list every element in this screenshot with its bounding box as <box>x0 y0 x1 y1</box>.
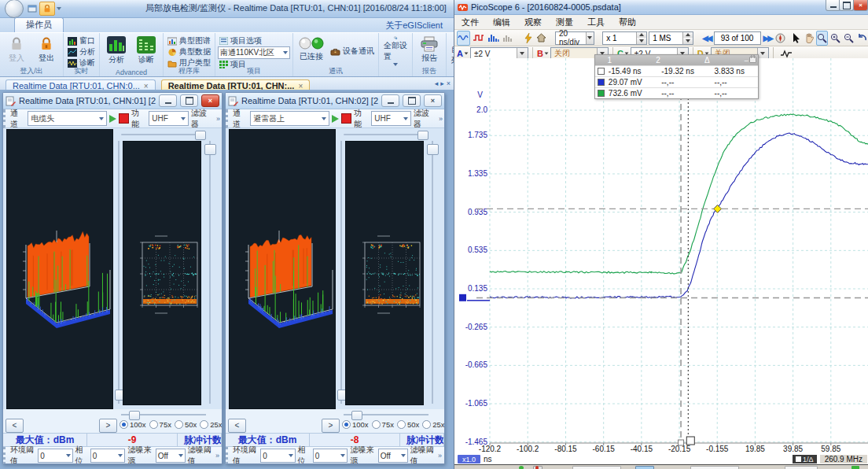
phase-select[interactable]: 0 <box>313 449 348 463</box>
window-qat-icon[interactable] <box>25 2 39 15</box>
tab-scroll-left-icon[interactable]: ◂ <box>435 79 439 87</box>
child-titlebar[interactable]: Realtime Data [RTU:01, CHN:02] [2016/0..… <box>226 93 444 109</box>
qat-dropdown-icon[interactable] <box>57 7 61 10</box>
prpd-left-slider[interactable] <box>339 141 344 404</box>
radio-50x[interactable]: 50x <box>397 420 419 429</box>
scope-plot[interactable]: 2.01.7351.3350.9350.5350.135-0.265-0.665… <box>454 58 868 453</box>
radio-100x[interactable]: 100x <box>342 420 369 429</box>
next-button[interactable]: > <box>322 419 340 433</box>
lock-qat-icon[interactable] <box>39 2 55 16</box>
child-window-chn02[interactable]: Realtime Data [RTU:01, CHN:02] [2016/0..… <box>225 92 445 464</box>
prev-button[interactable]: < <box>228 419 246 433</box>
channel-a-label[interactable]: A <box>457 49 469 58</box>
realtime-analysis-button[interactable]: 分析 <box>66 46 97 57</box>
close-icon[interactable]: × <box>298 82 303 90</box>
prpd-right-slider[interactable] <box>204 141 215 404</box>
prev-buffer-button[interactable]: ◀◀ <box>701 31 712 46</box>
child-titlebar[interactable]: Realtime Data [RTU:01, CHN:01] [2016/0..… <box>3 93 222 109</box>
app-orb-button[interactable] <box>5 0 24 18</box>
channel-select[interactable]: 电缆头 <box>28 111 107 126</box>
stop-button[interactable] <box>119 113 129 124</box>
maximize-button[interactable] <box>180 94 198 107</box>
auto-setup-button[interactable] <box>523 31 534 46</box>
connected-button[interactable]: 已连接 <box>296 35 327 68</box>
buffer-index[interactable]: 93 of 100 <box>714 31 761 45</box>
scope-view-button[interactable] <box>457 31 470 46</box>
picoscope-titlebar[interactable]: PicoScope 6 - [20160824-0005.psdata] <box>454 0 868 15</box>
samples-spinner[interactable]: 1 MS <box>649 31 693 45</box>
typical-atlas-button[interactable]: 典型图谱 <box>166 35 212 46</box>
menu-measure[interactable]: 测量 <box>549 17 580 28</box>
prpd-right-slider[interactable] <box>427 141 438 404</box>
radio-75x[interactable]: 75x <box>149 420 171 429</box>
zoom-in-button[interactable] <box>829 31 841 46</box>
play-button[interactable] <box>109 115 116 123</box>
menu-help[interactable]: 帮助 <box>612 17 643 28</box>
close-button[interactable] <box>424 94 442 107</box>
prpd-bottom-slider[interactable] <box>344 411 428 419</box>
slider-handle[interactable] <box>417 131 428 140</box>
radio-25x[interactable]: 25x <box>200 420 222 429</box>
report-button[interactable]: 报告 <box>415 35 443 68</box>
channel-select[interactable]: 避雷器上 <box>250 111 329 126</box>
close-button[interactable] <box>201 94 219 107</box>
minimize-button[interactable] <box>381 94 399 107</box>
typical-data-button[interactable]: 典型数据 <box>166 46 212 57</box>
advanced-diagnosis-button[interactable]: 诊断 <box>132 35 160 68</box>
radio-75x[interactable]: 75x <box>372 420 394 429</box>
persistence-view-button[interactable] <box>472 31 485 46</box>
about-egisclient-link[interactable]: 关于eGISclient <box>385 20 443 31</box>
radio-50x[interactable]: 50x <box>175 420 197 429</box>
radio-100x[interactable]: 100x <box>120 420 146 429</box>
menu-tools[interactable]: 工具 <box>580 17 612 28</box>
close-icon[interactable]: × <box>144 82 149 90</box>
tab-close-icon[interactable]: × <box>447 79 451 87</box>
x-multiplier-spinner[interactable]: x 1 <box>602 31 647 45</box>
advanced-analysis-button[interactable]: 分析 <box>102 35 131 68</box>
buffer-navigator-button[interactable] <box>774 31 786 46</box>
realtime-window-button[interactable]: 窗口 <box>66 35 97 46</box>
prpd-top-slider[interactable] <box>121 131 206 138</box>
prev-button[interactable]: < <box>6 419 24 433</box>
stop-button[interactable] <box>341 113 351 124</box>
phase-select[interactable]: 0 <box>90 449 126 463</box>
project-options-button[interactable]: 项目选项 <box>218 35 290 46</box>
zoom-out-button[interactable] <box>843 31 855 46</box>
slider-handle[interactable] <box>351 411 362 420</box>
env-threshold-select[interactable]: 0 <box>260 449 296 463</box>
project-select[interactable]: 南通110KV北区 <box>218 46 290 59</box>
prpd-top-slider[interactable] <box>344 131 428 138</box>
undo-zoom-button[interactable] <box>856 31 868 46</box>
pointer-tool-button[interactable] <box>792 31 802 46</box>
function-select[interactable]: UHF <box>371 111 411 126</box>
noise-source-select[interactable]: Off <box>156 449 186 463</box>
all-settings-button[interactable]: 全部设置 <box>381 35 410 68</box>
hand-tool-button[interactable] <box>804 31 815 46</box>
menu-edit[interactable]: 编辑 <box>486 17 517 28</box>
menu-view[interactable]: 观察 <box>517 17 549 28</box>
play-button[interactable] <box>332 115 339 123</box>
slider-handle[interactable] <box>204 144 216 155</box>
zoom-tool-button[interactable] <box>816 31 828 46</box>
login-button[interactable]: 登入 <box>2 35 31 68</box>
toolbar-overflow-icon[interactable]: » <box>215 452 219 460</box>
home-button[interactable] <box>535 31 547 46</box>
menu-file[interactable]: 文件 <box>454 17 486 28</box>
slider-handle[interactable] <box>195 131 206 140</box>
maximize-button[interactable] <box>839 0 854 11</box>
channel-b-label[interactable]: B <box>537 49 549 58</box>
xy-view-button[interactable] <box>502 31 515 46</box>
toolbar-overflow-icon[interactable]: » <box>438 452 442 460</box>
prpd-bottom-slider[interactable] <box>121 411 206 419</box>
toolbar-overflow-icon[interactable]: » <box>216 115 220 123</box>
minimize-button[interactable] <box>159 94 177 107</box>
close-button[interactable] <box>853 0 868 11</box>
timebase-select[interactable]: 20 ns/div <box>555 31 594 45</box>
next-buffer-button[interactable]: ▶▶ <box>763 31 773 46</box>
child-window-chn01[interactable]: Realtime Data [RTU:01, CHN:01] [2016/0..… <box>2 92 223 464</box>
minimize-icon[interactable] <box>745 56 748 65</box>
radio-25x[interactable]: 25x <box>422 420 444 429</box>
maximize-button[interactable] <box>403 94 421 107</box>
spectrum-view-button[interactable] <box>487 31 500 46</box>
tab-scroll-right-icon[interactable]: ▸ <box>440 79 444 87</box>
